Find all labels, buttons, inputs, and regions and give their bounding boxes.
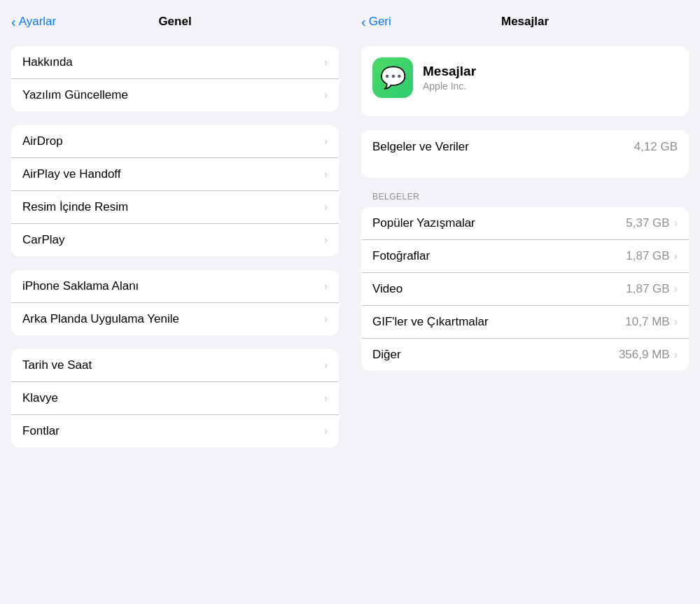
settings-row-hakkinda-label: Hakkında — [22, 55, 73, 69]
settings-row-airdrop[interactable]: AirDrop › — [11, 125, 339, 158]
documents-group: Popüler Yazışmalar 5,37 GB › Fotoğraflar… — [361, 207, 689, 371]
settings-row-background-refresh[interactable]: Arka Planda Uygulama Yenile › — [11, 303, 339, 335]
doc-row-gifs[interactable]: GIF'ler ve Çıkartmalar 10,7 MB › — [361, 306, 689, 339]
left-panel-content: Hakkında › Yazılım Güncelleme › AirDrop … — [0, 39, 350, 604]
chevron-icon: › — [324, 56, 328, 69]
doc-row-photos-label: Fotoğraflar — [372, 249, 430, 263]
chevron-icon: › — [324, 392, 328, 405]
doc-row-video-value: 1,87 GB — [626, 282, 669, 296]
back-chevron-icon: ‹ — [11, 15, 16, 29]
storage-label: Belgeler ve Veriler — [372, 140, 469, 154]
settings-row-iphone-storage[interactable]: iPhone Saklama Alanı › — [11, 270, 339, 303]
settings-group-2: AirDrop › AirPlay ve Handoff › Resim İçi… — [11, 125, 339, 256]
chevron-icon: › — [674, 316, 678, 328]
doc-row-photos-right: 1,87 GB › — [626, 249, 678, 263]
settings-group-3: iPhone Saklama Alanı › Arka Planda Uygul… — [11, 270, 339, 335]
storage-value: 4,12 GB — [634, 140, 678, 154]
chevron-icon: › — [324, 89, 328, 101]
right-header: ‹ Geri Mesajlar — [350, 0, 700, 39]
right-panel-title: Mesajlar — [501, 15, 549, 29]
storage-group: Belgeler ve Veriler 4,12 GB — [361, 130, 689, 178]
doc-row-photos[interactable]: Fotoğraflar 1,87 GB › — [361, 240, 689, 273]
doc-row-gifs-label: GIF'ler ve Çıkartmalar — [372, 315, 489, 329]
doc-row-popular-right: 5,37 GB › — [626, 216, 678, 230]
chevron-icon: › — [324, 280, 328, 293]
doc-row-other-value: 356,9 MB — [619, 348, 670, 362]
storage-row: Belgeler ve Veriler 4,12 GB — [361, 130, 689, 164]
doc-row-video-right: 1,87 GB › — [626, 282, 678, 296]
settings-row-resim-label: Resim İçinde Resim — [22, 200, 128, 214]
messages-icon: 💬 — [380, 67, 406, 88]
doc-row-popular[interactable]: Popüler Yazışmalar 5,37 GB › — [361, 207, 689, 240]
doc-row-popular-value: 5,37 GB — [626, 216, 669, 230]
doc-row-photos-value: 1,87 GB — [626, 249, 669, 263]
left-panel: ‹ Ayarlar Genel Hakkında › Yazılım Günce… — [0, 0, 350, 604]
settings-row-fontlar-label: Fontlar — [22, 424, 59, 438]
settings-row-iphone-storage-label: iPhone Saklama Alanı — [22, 279, 139, 293]
back-label: Ayarlar — [19, 15, 57, 29]
doc-row-other[interactable]: Diğer 356,9 MB › — [361, 339, 689, 371]
settings-row-fontlar[interactable]: Fontlar › — [11, 415, 339, 447]
settings-row-klavye[interactable]: Klavye › — [11, 382, 339, 415]
chevron-icon: › — [674, 217, 678, 230]
settings-row-klavye-label: Klavye — [22, 391, 58, 405]
settings-row-airdrop-label: AirDrop — [22, 134, 63, 148]
doc-row-video-label: Video — [372, 282, 402, 296]
app-info-card: 💬 Mesajlar Apple Inc. — [361, 46, 689, 109]
left-header: ‹ Ayarlar Genel — [0, 0, 350, 39]
chevron-icon: › — [324, 359, 328, 372]
back-chevron-icon: ‹ — [361, 15, 366, 29]
doc-row-gifs-right: 10,7 MB › — [625, 315, 678, 329]
chevron-icon: › — [674, 250, 678, 262]
app-developer: Apple Inc. — [423, 80, 476, 92]
doc-row-gifs-value: 10,7 MB — [625, 315, 669, 329]
settings-row-carplay-label: CarPlay — [22, 233, 64, 247]
settings-row-yazilim[interactable]: Yazılım Güncelleme › — [11, 79, 339, 111]
app-info-text: Mesajlar Apple Inc. — [423, 64, 476, 92]
doc-row-popular-label: Popüler Yazışmalar — [372, 216, 475, 230]
doc-row-other-right: 356,9 MB › — [619, 348, 678, 362]
chevron-icon: › — [674, 283, 678, 295]
back-to-settings-button[interactable]: ‹ Ayarlar — [11, 15, 56, 29]
chevron-icon: › — [674, 349, 678, 361]
back-to-messages-button[interactable]: ‹ Geri — [361, 15, 391, 29]
settings-row-airplay[interactable]: AirPlay ve Handoff › — [11, 158, 339, 191]
chevron-icon: › — [324, 425, 328, 437]
right-panel-content: 💬 Mesajlar Apple Inc. Belgeler ve Verile… — [350, 39, 700, 604]
app-info-group: 💬 Mesajlar Apple Inc. — [361, 46, 689, 116]
chevron-icon: › — [324, 201, 328, 213]
doc-row-video[interactable]: Video 1,87 GB › — [361, 273, 689, 306]
doc-row-other-label: Diğer — [372, 348, 401, 362]
settings-row-resim[interactable]: Resim İçinde Resim › — [11, 191, 339, 224]
settings-row-carplay[interactable]: CarPlay › — [11, 224, 339, 256]
settings-row-tarih[interactable]: Tarih ve Saat › — [11, 349, 339, 382]
left-panel-title: Genel — [158, 15, 191, 29]
chevron-icon: › — [324, 135, 328, 148]
settings-group-1: Hakkında › Yazılım Güncelleme › — [11, 46, 339, 111]
back-label: Geri — [369, 15, 391, 29]
settings-row-hakkinda[interactable]: Hakkında › — [11, 46, 339, 79]
settings-row-yazilim-label: Yazılım Güncelleme — [22, 88, 128, 102]
settings-row-background-refresh-label: Arka Planda Uygulama Yenile — [22, 312, 179, 326]
settings-group-4: Tarih ve Saat › Klavye › Fontlar › — [11, 349, 339, 447]
documents-section-header: BELGELER — [361, 192, 689, 207]
settings-row-airplay-label: AirPlay ve Handoff — [22, 167, 120, 181]
app-icon: 💬 — [372, 57, 413, 98]
right-panel: ‹ Geri Mesajlar 💬 Mesajlar Apple Inc. Be… — [350, 0, 700, 604]
settings-row-tarih-label: Tarih ve Saat — [22, 358, 92, 372]
chevron-icon: › — [324, 168, 328, 181]
app-name: Mesajlar — [423, 64, 476, 79]
chevron-icon: › — [324, 313, 328, 325]
chevron-icon: › — [324, 234, 328, 246]
